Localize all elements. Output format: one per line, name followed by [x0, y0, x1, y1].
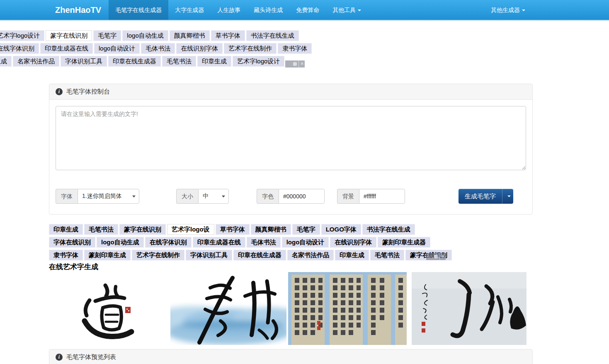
tag-link[interactable]: 篆刻印章生成器 [378, 237, 430, 248]
tag-link[interactable]: 草书字体 [211, 30, 245, 41]
tag-link[interactable]: 篆刻印章生成 [84, 250, 131, 260]
tag-link[interactable]: LOGO字体 [321, 224, 361, 235]
tag-link[interactable]: 在线字体识别 [145, 237, 192, 248]
tag-link[interactable]: 在线识别字体 [176, 43, 223, 54]
tag-link[interactable]: 印章生成器在线 [40, 43, 93, 54]
tag-link[interactable]: logo自动生成 [97, 237, 144, 248]
tag-link[interactable]: 毛笔书法 [84, 224, 118, 235]
nav-item-other-tools[interactable]: 其他工具 [326, 0, 368, 20]
ad-badge[interactable]: × [426, 253, 446, 260]
tag-link[interactable]: 印章生成 [335, 250, 369, 260]
gallery-section-title: 在线艺术字生成 [49, 262, 98, 272]
calligraphy-image-kaishu-scroll[interactable] [288, 272, 407, 345]
calligraphy-image-mengxiang[interactable] [170, 272, 286, 345]
tag-link[interactable]: 艺术字在线制作 [224, 43, 277, 54]
tag-link[interactable]: 隶书字体 [278, 43, 312, 54]
chevron-down-icon [132, 195, 136, 198]
text-color-label: 字色 [257, 189, 279, 204]
tag-row: 隶书字体篆刻印章生成艺术字在线制作字体识别工具印章在线生成器名家书法作品印章生成… [49, 250, 453, 260]
background-color-input[interactable] [359, 189, 405, 204]
tag-link[interactable]: 隶书字体 [49, 250, 83, 260]
ad-close-icon[interactable]: × [439, 253, 444, 260]
tag-link[interactable]: 书法字在线生成 [362, 224, 415, 235]
tag-link[interactable]: 名家书法作品 [287, 250, 334, 260]
panel-title: 毛笔字体控制台 [66, 88, 110, 96]
tag-link[interactable]: 字体在线识别 [49, 237, 95, 248]
tag-link[interactable]: 书法字在线生成 [246, 30, 299, 41]
tag-link[interactable]: 在线识别字体 [330, 237, 376, 248]
tag-link[interactable]: 艺术字logo设 [167, 224, 214, 235]
nav-item-big-char-generator[interactable]: 大字生成器 [168, 0, 211, 20]
generate-button-split: 生成毛笔字 [459, 189, 513, 204]
generator-controls: 字体 1.迷你简启简体 大小 中 字色 背景 生成毛笔字 [56, 189, 526, 204]
tag-link[interactable]: 毛笔字 [292, 224, 320, 235]
tag-link[interactable]: 草书字体 [216, 224, 250, 235]
text-to-generate-input[interactable] [56, 106, 526, 170]
brand-logo[interactable]: ZhenHaoTV [48, 0, 109, 20]
chevron-down-icon [222, 195, 225, 198]
generate-dropdown-toggle[interactable] [502, 189, 513, 204]
chevron-down-icon [522, 10, 525, 11]
calligraphy-image-dao[interactable] [49, 272, 170, 345]
size-label: 大小 [176, 189, 198, 204]
calligraphy-image-cursive[interactable] [412, 272, 527, 345]
tag-link[interactable]: logo自动生成 [122, 30, 168, 41]
tag-row: 字体在线识别logo自动生成在线字体识别印章生成器在线毛体书法logo自动设计在… [49, 237, 453, 248]
nav-item-other-generators[interactable]: 其他生成器 [484, 0, 532, 20]
brush-font-preview-panel: i 毛笔字体预览列表 [49, 349, 533, 364]
size-select-value: 中 [203, 193, 209, 200]
tag-link[interactable]: 毛体书法 [141, 43, 175, 54]
tag-link[interactable]: 印章在线生成器 [233, 250, 286, 260]
tag-link[interactable]: 毛笔书法 [162, 56, 196, 67]
font-select[interactable]: 1.迷你简启简体 [78, 189, 139, 204]
tag-link[interactable]: 艺术字logo设计 [233, 56, 284, 67]
nav-item-label: 其他工具 [332, 7, 356, 13]
nav-item-life-story[interactable]: 人生故事 [211, 0, 247, 20]
tag-link[interactable]: 颜真卿楷书 [170, 30, 210, 41]
background-color-group: 背景 [337, 189, 405, 204]
tag-link[interactable]: logo自动设计 [282, 237, 329, 248]
tag-link[interactable]: 篆字在线识别 [46, 30, 92, 41]
panel-header: i 毛笔字体控制台 [49, 84, 532, 100]
font-select-value: 1.迷你简启简体 [82, 193, 122, 200]
tag-link[interactable]: 颜真卿楷书 [251, 224, 291, 235]
font-label: 字体 [56, 189, 78, 204]
ad-badge[interactable]: × [285, 60, 305, 67]
tag-link[interactable]: 篆字在线识别 [119, 224, 166, 235]
tag-link[interactable]: 印章生成 [197, 56, 231, 67]
panel-title: 毛笔字体预览列表 [66, 353, 116, 361]
tag-link[interactable]: 字体识别工具 [61, 56, 107, 67]
chevron-down-icon [507, 195, 511, 197]
font-select-group: 字体 1.迷你简启简体 [56, 189, 139, 204]
top-tag-cloud: 艺术字logo设计篆字在线识别毛笔字logo自动生成颜真卿楷书草书字体书法字在线… [0, 30, 313, 69]
tag-link[interactable]: logo自动设计 [94, 43, 140, 54]
info-icon: i [56, 354, 63, 361]
tag-link[interactable]: 字体识别工具 [186, 250, 232, 260]
size-select[interactable]: 中 [198, 189, 229, 204]
nav-item-acrostic-poem[interactable]: 藏头诗生成 [247, 0, 289, 20]
brush-font-console-panel: i 毛笔字体控制台 字体 1.迷你简启简体 大小 中 字色 背景 生成毛 [49, 84, 533, 215]
generate-button[interactable]: 生成毛笔字 [459, 189, 502, 204]
text-color-input[interactable] [279, 189, 325, 204]
tag-link[interactable]: 印章生成 [49, 224, 83, 235]
tag-link[interactable]: 印章在线生成器 [108, 56, 161, 67]
nav-item-brush-font-generator[interactable]: 毛笔字在线生成器 [109, 0, 168, 20]
nav-item-free-fortune[interactable]: 免费算命 [289, 0, 326, 20]
text-color-group: 字色 [257, 189, 325, 204]
tag-link[interactable]: 毛体书法 [247, 237, 281, 248]
ad-close-icon[interactable]: × [298, 60, 303, 67]
bottom-tag-cloud: 印章生成毛笔书法篆字在线识别艺术字logo设草书字体颜真卿楷书毛笔字LOGO字体… [49, 224, 453, 263]
tag-link[interactable]: 毛笔书法 [370, 250, 404, 260]
tag-row: 印章生成毛笔书法篆字在线识别艺术字logo设草书字体颜真卿楷书毛笔字LOGO字体… [49, 224, 453, 235]
tag-link[interactable]: 艺术字在线制作 [132, 250, 184, 260]
background-color-label: 背景 [337, 189, 359, 204]
ad-info-icon [434, 255, 438, 258]
nav-item-label: 其他生成器 [491, 7, 520, 13]
tag-link[interactable]: 艺术字logo设计 [0, 30, 44, 41]
tag-link[interactable]: 名家书法作品 [13, 56, 59, 67]
tag-link[interactable]: 篆刻印章生成 [0, 56, 12, 67]
tag-row: 在线字体识别印章生成器在线logo自动设计毛体书法在线识别字体艺术字在线制作隶书… [0, 43, 313, 54]
tag-link[interactable]: 在线字体识别 [0, 43, 39, 54]
tag-link[interactable]: 毛笔字 [93, 30, 121, 41]
tag-link[interactable]: 印章生成器在线 [193, 237, 245, 248]
